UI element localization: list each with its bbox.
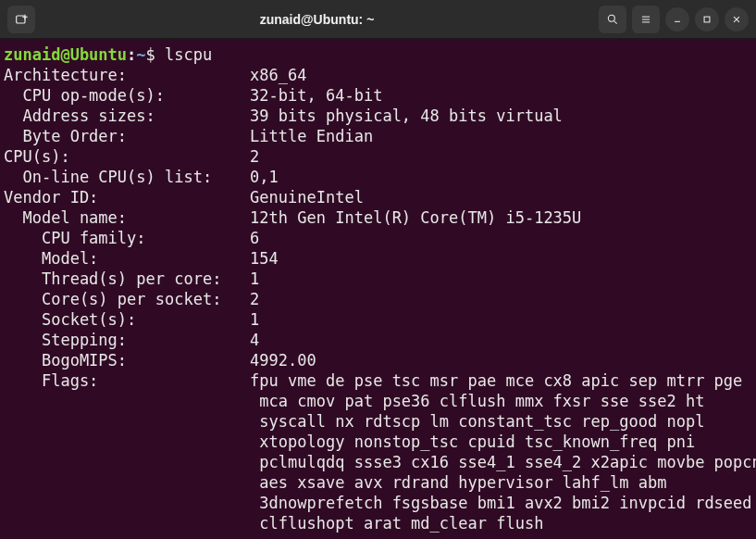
- output-line: Byte Order: Little Endian: [4, 126, 752, 146]
- output-line: Vendor ID: GenuineIntel: [4, 187, 752, 207]
- new-tab-button[interactable]: [7, 6, 35, 33]
- output-line: Stepping: 4: [4, 330, 752, 350]
- output-line: On-line CPU(s) list: 0,1: [4, 167, 752, 187]
- terminal-body[interactable]: zunaid@Ubuntu:~$ lscpuArchitecture: x86_…: [0, 39, 756, 539]
- prompt-path: ~: [136, 45, 145, 64]
- prompt-user: zunaid@Ubuntu: [4, 45, 127, 64]
- command-text: lscpu: [165, 45, 212, 64]
- output-line: Model: 154: [4, 248, 752, 269]
- output-line: Address sizes: 39 bits physical, 48 bits…: [4, 106, 752, 126]
- svg-rect-9: [704, 17, 710, 22]
- close-button[interactable]: [725, 7, 749, 31]
- output-line: Architecture: x86_64: [4, 65, 752, 85]
- maximize-button[interactable]: [695, 7, 719, 31]
- output-line: CPU(s): 2: [4, 146, 752, 167]
- output-line: Model name: 12th Gen Intel(R) Core(TM) i…: [4, 207, 752, 228]
- output-line: xtopology nonstop_tsc cpuid tsc_known_fr…: [4, 432, 752, 452]
- window-title: zunaid@Ubuntu: ~: [35, 12, 599, 27]
- svg-point-3: [608, 15, 614, 21]
- output-line: aes xsave avx rdrand hypervisor lahf_lm …: [4, 472, 752, 493]
- output-line: Socket(s): 1: [4, 309, 752, 330]
- minimize-button[interactable]: [665, 7, 689, 31]
- output-line: CPU family: 6: [4, 228, 752, 248]
- output-line: Flags: fpu vme de pse tsc msr pae mce cx…: [4, 370, 752, 391]
- search-button[interactable]: [599, 6, 626, 33]
- titlebar: zunaid@Ubuntu: ~: [0, 0, 756, 39]
- menu-button[interactable]: [632, 6, 660, 33]
- titlebar-left: [7, 6, 35, 33]
- prompt-line: zunaid@Ubuntu:~$ lscpu: [4, 44, 752, 65]
- output-line: CPU op-mode(s): 32-bit, 64-bit: [4, 85, 752, 106]
- output-line: BogoMIPS: 4992.00: [4, 350, 752, 370]
- svg-line-4: [614, 20, 617, 23]
- titlebar-right: [599, 6, 749, 33]
- prompt-colon: :: [127, 45, 136, 64]
- prompt-dollar: $: [146, 45, 165, 64]
- output-line: Thread(s) per core: 1: [4, 269, 752, 289]
- output-line: Core(s) per socket: 2: [4, 289, 752, 309]
- output-line: pclmulqdq ssse3 cx16 sse4_1 sse4_2 x2api…: [4, 452, 752, 472]
- output-line: syscall nx rdtscp lm constant_tsc rep_go…: [4, 411, 752, 432]
- output-line: 3dnowprefetch fsgsbase bmi1 avx2 bmi2 in…: [4, 493, 752, 513]
- output-line: clflushopt arat md_clear flush: [4, 513, 752, 533]
- output-line: mca cmov pat pse36 clflush mmx fxsr sse …: [4, 391, 752, 411]
